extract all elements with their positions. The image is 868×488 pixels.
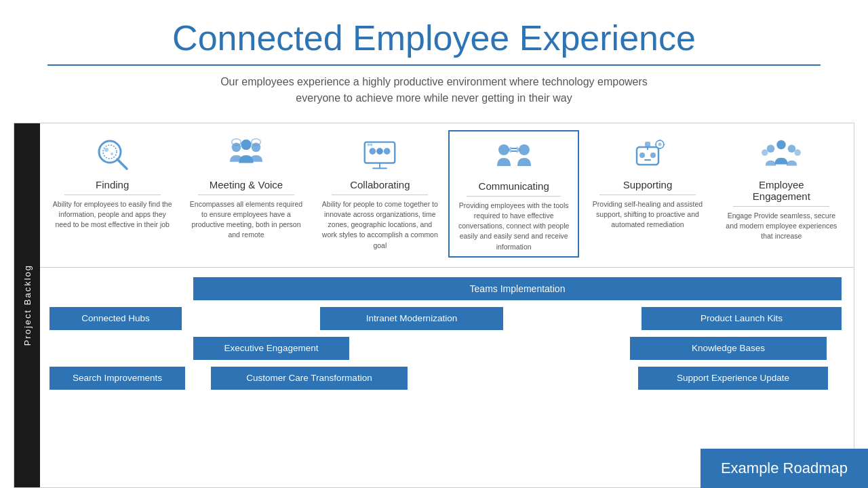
collaborating-divider — [332, 195, 428, 195]
finding-desc: Ability for employees to easily find the… — [52, 199, 172, 230]
sidebar-label: Project Backlog — [22, 264, 33, 346]
finding-divider — [64, 195, 161, 195]
connected-hubs-btn[interactable]: Connected Hubs — [50, 307, 182, 330]
category-employee-engagement: EmployeeEngagement Engage Provide seamle… — [716, 130, 847, 258]
supporting-title: Supporting — [623, 179, 673, 190]
svg-rect-28 — [645, 142, 650, 147]
employee-engagement-desc: Engage Provide seamless, secure and mode… — [722, 211, 842, 242]
supporting-icon — [627, 134, 668, 175]
svg-point-36 — [777, 140, 787, 149]
category-meeting-voice: Meeting & Voice Encompasses all elements… — [180, 130, 311, 258]
svg-point-31 — [658, 142, 661, 146]
communicating-icon — [494, 136, 534, 176]
intranet-modernization-btn[interactable]: Intranet Modernization — [320, 307, 503, 330]
sidebar: Project Backlog — [14, 123, 40, 487]
example-roadmap-badge: Example Roadmap — [701, 449, 868, 488]
main-content: Project Backlog F — [14, 123, 854, 488]
svg-point-6 — [241, 139, 251, 149]
search-improvements-btn[interactable]: Search Improvements — [50, 367, 185, 390]
customer-care-btn[interactable]: Customer Care Transformation — [211, 367, 408, 390]
category-communicating: Communicating Providing employees with t… — [448, 130, 579, 258]
supporting-desc: Providing self-healing and assisted supp… — [587, 199, 707, 230]
svg-point-3 — [104, 148, 108, 152]
svg-point-40 — [795, 149, 802, 156]
meeting-voice-icon — [226, 134, 267, 175]
categories-grid: Finding Ability for employees to easily … — [40, 123, 854, 268]
support-experience-btn[interactable]: Support Experience Update — [638, 367, 828, 390]
main-title: Connected Employee Experience — [41, 19, 827, 58]
employee-engagement-divider — [733, 206, 829, 207]
header-divider — [47, 64, 821, 66]
category-finding: Finding Ability for employees to easily … — [47, 130, 178, 258]
svg-point-15 — [384, 148, 391, 155]
meeting-voice-desc: Encompasses all elements required to ens… — [186, 199, 306, 241]
svg-point-17 — [370, 143, 373, 146]
svg-point-37 — [767, 144, 775, 152]
subtitle: Our employees experience a highly produc… — [41, 74, 827, 106]
svg-point-14 — [376, 148, 383, 155]
finding-icon — [92, 134, 133, 175]
backlog-row-3: Executive Engagement Knowledge Bases — [50, 337, 842, 360]
page-container: Connected Employee Experience Our employ… — [0, 0, 868, 488]
svg-line-2 — [117, 159, 127, 169]
category-supporting: Supporting Providing self-healing and as… — [582, 130, 713, 258]
collaborating-desc: Ability for people to come together to i… — [320, 199, 440, 251]
svg-point-26 — [650, 152, 656, 158]
right-content: Finding Ability for employees to easily … — [40, 123, 854, 487]
svg-point-25 — [639, 152, 645, 158]
collaborating-icon — [359, 134, 400, 175]
svg-point-38 — [788, 144, 796, 152]
meeting-voice-title: Meeting & Voice — [210, 179, 283, 190]
backlog-row-1: Teams Implementation — [50, 277, 842, 300]
teams-implementation-btn[interactable]: Teams Implementation — [193, 277, 842, 300]
svg-point-39 — [762, 149, 768, 156]
svg-point-1 — [103, 145, 117, 159]
svg-point-13 — [370, 148, 376, 155]
backlog-row-2: Connected Hubs Intranet Modernization Pr… — [50, 307, 842, 330]
supporting-divider — [599, 195, 696, 195]
employee-engagement-icon — [761, 134, 802, 175]
employee-engagement-title: EmployeeEngagement — [753, 179, 810, 202]
finding-title: Finding — [96, 179, 129, 190]
header-section: Connected Employee Experience Our employ… — [0, 0, 868, 113]
meeting-voice-divider — [198, 195, 294, 195]
product-launch-kits-btn[interactable]: Product Launch Kits — [642, 307, 842, 330]
knowledge-bases-btn[interactable]: Knowledge Bases — [630, 337, 827, 360]
communicating-divider — [467, 196, 561, 197]
collaborating-title: Collaborating — [350, 179, 410, 190]
category-collaborating: Collaborating Ability for people to come… — [315, 130, 446, 258]
svg-point-4 — [111, 152, 113, 155]
communicating-title: Communicating — [479, 180, 549, 192]
communicating-desc: Providing employees with the tools requi… — [455, 201, 572, 252]
svg-point-16 — [368, 143, 370, 146]
backlog-row-4: Search Improvements Customer Care Transf… — [50, 367, 842, 390]
executive-engagement-btn[interactable]: Executive Engagement — [193, 337, 349, 360]
